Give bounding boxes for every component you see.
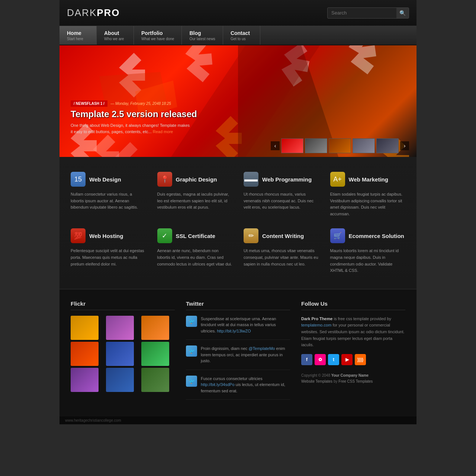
facebook-icon[interactable]: f [301,354,312,365]
flickr-thumb-1[interactable] [71,316,99,340]
svg-marker-1 [184,45,214,83]
flickr-grid [71,316,175,392]
nav-item-blog[interactable]: Blog Our latest news [182,26,223,45]
feature-ecommerce: 🛒 Ecommerce Solution Mauris lobortis lor… [330,228,406,274]
web-programming-title: Web Programming [262,176,312,183]
social-icons: f ✿ t ▶ )))) [301,354,405,365]
nav-item-home[interactable]: Home Start here [60,26,97,45]
flickr-thumb-8[interactable] [106,368,134,392]
svg-marker-12 [115,142,141,157]
slider-thumb-4[interactable] [353,138,375,153]
hero-date: — Monday, February 25, 2048 18:25 [110,102,171,106]
web-hosting-title: Web Hosting [89,233,123,239]
web-hosting-desc: Pellentesque suscipit velit at dui egest… [71,248,146,267]
flickr-icon[interactable]: ✿ [315,354,326,365]
dark-pro-theme-text: Dark Pro Theme [301,316,332,321]
twitter-title: Twitter [186,300,290,310]
website-templates-link[interactable]: Website Templates [301,379,332,383]
flickr-thumb-7[interactable] [71,368,99,392]
twitter-bird-3: 🐦 [186,376,197,387]
youtube-icon[interactable]: ▶ [341,354,353,365]
twitter-bird-1: 🐦 [186,316,197,327]
tweet-3: 🐦 Fusce cursus consectetur ultricies htt… [186,376,290,400]
graphic-design-icon: 📍 [157,172,172,187]
web-hosting-icon: 💯 [71,228,86,243]
footer: Flickr Twitter 🐦 Suspendisse at sceleris… [60,289,416,417]
flickr-section: Flickr [71,300,175,406]
slider-thumb-2[interactable] [305,138,327,153]
search-input[interactable] [328,8,396,18]
header: DARKPRO 🔍 [60,0,416,26]
web-design-desc: Nullam consectetur varius risus, a lobor… [71,191,146,211]
twitter-section: Twitter 🐦 Suspendisse at scelerisque urn… [186,300,290,406]
site-logo: DARKPRO [67,7,120,19]
slider-prev[interactable]: ‹ [271,141,280,150]
flickr-thumb-5[interactable] [106,342,134,366]
tweet-2-mention[interactable]: @TemplateMo [248,346,275,351]
rss-icon[interactable]: )))) [355,354,366,365]
feature-web-programming: ▬▬ Web Programming Ut rhoncus rhoncus ma… [244,172,319,217]
slider-thumb-5[interactable] [376,138,399,153]
web-marketing-icon: A+ [330,172,345,187]
templatemo-link[interactable]: templatemo.com [301,323,331,327]
tweet-2: 🐦 Proin dignissim, diam nec @TemplateMo … [186,345,290,370]
flickr-thumb-3[interactable] [141,316,169,340]
ecommerce-title: Ecommerce Solution [349,233,404,239]
nav-item-portfolio[interactable]: Portfolio What we have done [134,26,182,45]
web-design-title: Web Design [89,176,121,183]
free-css-link[interactable]: Free CSS Templates [338,379,373,383]
search-bar: 🔍 [327,7,409,19]
hero-tag-line: / NEWSFLASH 1 / — Monday, February 25, 2… [71,100,197,109]
newsflash-tag: / NEWSFLASH 1 / [71,100,107,107]
follow-text: Dark Pro Theme is free css template prov… [301,316,405,348]
feature-web-hosting: 💯 Web Hosting Pellentesque suscipit veli… [71,228,146,274]
ecommerce-desc: Mauris lobortis lorem at mi tincidunt id… [330,248,406,274]
tweet-1: 🐦 Suspendisse at scelerisque urna. Aenea… [186,316,290,340]
hero-desc: One thing about Web Design, it always ch… [71,122,190,135]
web-design-icon: 15 [71,172,86,187]
logo-dark: DARK [67,7,97,18]
features-grid: 15 Web Design Nullam consectetur varius … [71,172,405,274]
web-programming-icon: ▬▬ [244,172,258,187]
flickr-thumb-4[interactable] [71,342,99,366]
slider-next[interactable]: › [400,141,409,150]
twitter-icon[interactable]: t [328,354,339,365]
slider-navigation: ‹ › [271,138,409,153]
hero-content: / NEWSFLASH 1 / — Monday, February 25, 2… [71,100,197,135]
content-writing-icon: ✏ [244,228,258,243]
graphic-design-title: Graphic Design [176,176,217,183]
flickr-thumb-6[interactable] [141,342,169,366]
flickr-thumb-2[interactable] [106,316,134,340]
flickr-title: Flickr [71,300,175,310]
tweet-3-link[interactable]: http://bit.ly/34sdPo [201,382,235,387]
tweet-1-link[interactable]: http://bit.ly/13lwZO [217,329,251,333]
logo-bold: PRO [97,7,120,18]
slider-thumb-1[interactable] [281,138,303,153]
bottom-bar: www.heritagechristiancollege.com [60,416,416,424]
tweet-3-text: Fusce cursus consectetur ultricies http:… [201,376,290,394]
footer-copyright: Copyright © 2048 Your Company Name Websi… [301,373,405,385]
hero-slider: / NEWSFLASH 1 / — Monday, February 25, 2… [60,45,416,157]
feature-content-writing: ✏ Content Writing Ut metus urna, rhoncus… [244,228,319,274]
ssl-certificate-desc: Aenean ante nunc, bibendum non lobortis … [157,248,233,267]
graphic-design-desc: Duis egestas, magna at iaculis pulvinar,… [157,191,233,211]
web-marketing-title: Web Marketing [349,176,388,183]
search-button[interactable]: 🔍 [396,8,409,18]
web-marketing-desc: Etiam sodales feugiat turpis ac dapibus.… [330,191,406,217]
flickr-thumb-9[interactable] [141,368,169,392]
nav-item-contact[interactable]: Contact Get to us [223,26,260,45]
ssl-certificate-title: SSL Certificate [176,233,215,239]
feature-ssl-certificate: ✓ SSL Certificate Aenean ante nunc, bibe… [157,228,233,274]
nav-item-about[interactable]: About Who we are [97,26,134,45]
feature-web-design: 15 Web Design Nullam consectetur varius … [71,172,146,217]
follow-section: Follow Us Dark Pro Theme is free css tem… [301,300,405,406]
slider-thumb-3[interactable] [329,138,351,153]
main-nav: Home Start here About Who we are Portfol… [60,26,416,45]
hero-read-more[interactable]: Read more [153,129,173,134]
content-writing-desc: Ut metus urna, rhoncus vitae venenatis c… [244,248,319,267]
tweet-1-text: Suspendisse at scelerisque urna. Aenean … [201,316,290,334]
ecommerce-icon: 🛒 [330,228,345,243]
tweet-2-text: Proin dignissim, diam nec @TemplateMo en… [201,345,290,364]
content-writing-title: Content Writing [262,233,304,239]
web-programming-desc: Ut rhoncus rhoncus mauris, varius venena… [244,191,319,211]
